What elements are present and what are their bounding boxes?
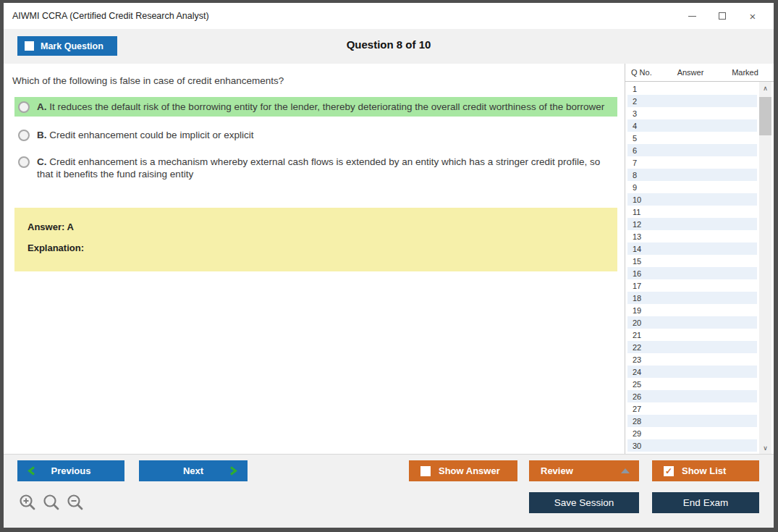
zoom-in-icon[interactable] [18,493,37,513]
chevron-left-icon [28,466,35,476]
close-button[interactable]: × [748,11,758,21]
option-b[interactable]: B. Credit enhancement could be implicit … [14,125,617,145]
question-list-row[interactable]: 4 [627,119,757,132]
question-list-row[interactable]: 17 [627,279,757,292]
question-list-row[interactable]: 5 [627,132,757,144]
show-answer-checkbox[interactable] [420,466,431,476]
option-b-text: B. Credit enhancement could be implicit … [37,129,253,141]
option-c-letter: C. [37,156,47,167]
question-list-row[interactable]: 20 [627,316,757,329]
chevron-right-icon [229,466,237,476]
question-list-panel: Q No. Answer Marked 12345678910111213141… [625,64,774,454]
question-list-row[interactable]: 21 [627,329,757,341]
question-list-row[interactable]: 22 [627,341,757,353]
question-header-band: Mark Question Question 8 of 10 [4,29,774,64]
column-header-answer: Answer [664,68,716,77]
question-list-row[interactable]: 3 [627,107,757,119]
review-label: Review [541,465,573,476]
maximize-icon [719,12,726,20]
review-dropdown-button[interactable]: Review [529,460,639,481]
footer-bar: Previous Next Show Answer Review ✓ Show … [4,454,774,528]
title-bar: AIWMI CCRA (Certified Credit Research An… [4,3,774,29]
question-text: Which of the following is false in case … [12,75,617,86]
check-icon: ✓ [665,466,672,476]
dropdown-up-triangle-icon [621,468,630,473]
scroll-up-icon[interactable]: ∧ [759,82,771,94]
scroll-down-icon[interactable]: ∨ [759,442,771,454]
option-c[interactable]: C. Credit enhancement is a mechanism whe… [14,152,617,184]
next-label: Next [183,465,203,476]
option-a[interactable]: A. It reduces the default risk of the bo… [14,97,617,117]
option-a-letter: A. [37,101,47,112]
option-a-radio[interactable] [18,101,30,113]
question-list-row[interactable]: 6 [627,144,757,156]
question-list-row[interactable]: 8 [627,169,757,181]
window-title: AIWMI CCRA (Certified Credit Research An… [4,11,687,21]
window-controls: × [687,11,774,21]
question-list-row[interactable]: 11 [627,206,757,218]
question-list-scrollbar[interactable]: ∧ ∨ [759,82,771,454]
question-list-row[interactable]: 14 [627,242,757,255]
question-list-row[interactable]: 23 [627,353,757,366]
answer-box: Answer: A Explanation: [14,208,617,271]
question-list-row[interactable]: 9 [627,181,757,193]
column-header-qno: Q No. [625,68,664,77]
show-list-checkbox[interactable]: ✓ [664,466,674,476]
option-c-text: C. Credit enhancement is a mechanism whe… [37,156,612,180]
scrollbar-thumb[interactable] [759,97,771,135]
explanation-label: Explanation: [28,242,604,253]
question-list-row[interactable]: 26 [627,390,757,402]
column-header-marked: Marked [716,68,774,77]
question-counter: Question 8 of 10 [4,38,774,51]
show-list-label: Show List [682,465,726,476]
question-list-row[interactable]: 12 [627,218,757,230]
zoom-reset-icon[interactable] [42,493,61,513]
question-list-row[interactable]: 1 [627,83,757,95]
zoom-toolbar [18,493,85,513]
question-list-wrap: 1234567891011121314151617181920212223242… [625,82,774,454]
question-list-row[interactable]: 19 [627,304,757,316]
question-list-row[interactable]: 27 [627,402,757,415]
main-area: Which of the following is false in case … [4,64,774,454]
question-list-header: Q No. Answer Marked [625,64,774,82]
question-list-row[interactable]: 25 [627,378,757,390]
question-list-row[interactable]: 7 [627,156,757,169]
app-window: AIWMI CCRA (Certified Credit Research An… [0,0,778,532]
save-session-label: Save Session [554,497,614,508]
option-a-text: A. It reduces the default risk of the bo… [37,101,604,113]
minimize-button[interactable] [687,11,697,21]
end-exam-label: End Exam [683,497,728,508]
answer-label: Answer: A [28,221,604,232]
question-list-row[interactable]: 16 [627,267,757,279]
previous-button[interactable]: Previous [17,460,124,481]
question-content: Which of the following is false in case … [4,64,625,454]
maximize-button[interactable] [717,11,727,21]
question-list-row[interactable]: 2 [627,95,757,107]
question-list-row[interactable]: 28 [627,415,757,427]
option-c-radio[interactable] [18,156,30,168]
question-list-row[interactable]: 30 [627,439,757,452]
close-icon: × [750,11,756,22]
next-button[interactable]: Next [139,460,248,481]
show-answer-button[interactable]: Show Answer [409,460,517,481]
question-list-row[interactable]: 24 [627,366,757,378]
show-answer-label: Show Answer [439,465,500,476]
question-list-row[interactable]: 15 [627,255,757,267]
question-list-body: 1234567891011121314151617181920212223242… [627,83,757,452]
end-exam-button[interactable]: End Exam [652,492,759,513]
option-b-radio[interactable] [18,130,30,141]
question-list-row[interactable]: 29 [627,427,757,439]
show-list-button[interactable]: ✓ Show List [652,460,759,481]
save-session-button[interactable]: Save Session [529,492,639,513]
question-list-row[interactable]: 18 [627,292,757,304]
zoom-out-icon[interactable] [66,493,85,513]
question-list-row[interactable]: 10 [627,193,757,206]
minimize-icon [688,16,696,17]
previous-label: Previous [51,465,91,476]
question-list-row[interactable]: 13 [627,230,757,242]
option-b-letter: B. [37,130,47,140]
